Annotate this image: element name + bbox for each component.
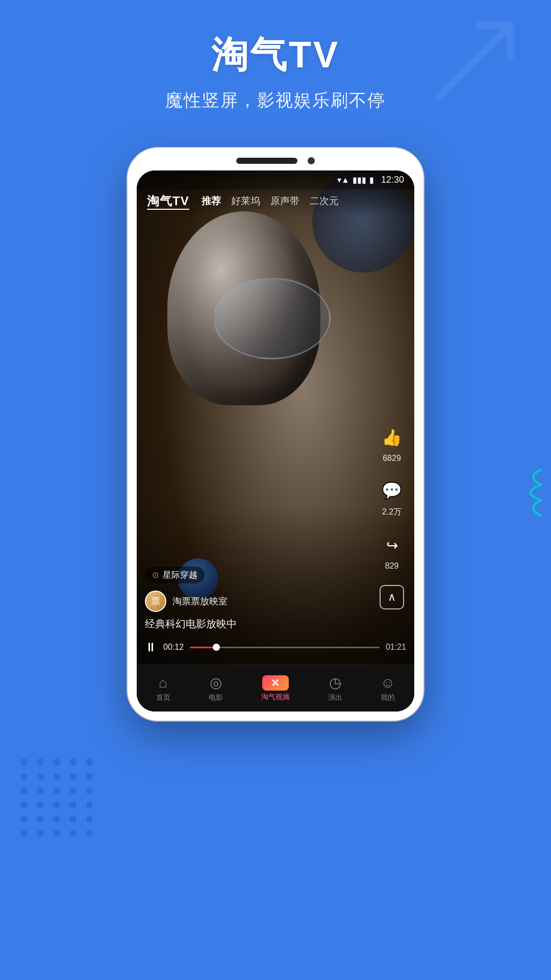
profile-icon: ☺ (381, 675, 395, 691)
nav-shows[interactable]: ◷ 演出 (328, 674, 342, 702)
helmet-visor (213, 278, 331, 359)
progress-row: ⏸ 00:12 01:21 (145, 640, 406, 654)
progress-track[interactable] (190, 647, 380, 648)
nav-home-label: 首页 (156, 693, 170, 702)
comment-button[interactable]: 💬 2.2万 (379, 477, 405, 518)
user-name: 淘票票放映室 (172, 595, 228, 607)
home-icon: ⌂ (159, 675, 167, 691)
nav-taoqi-video[interactable]: ✕ 淘气视频 (261, 675, 290, 702)
user-row: 票 淘票票放映室 (145, 591, 406, 612)
nav-movies[interactable]: ◎ 电影 (209, 674, 223, 702)
nav-logo: 淘气TV (147, 193, 189, 209)
nav-tabs: 推荐 好莱坞 原声带 二次元 (202, 194, 339, 208)
content-tag: ⊙ 星际穿越 (145, 567, 205, 583)
taoqi-icon: ✕ (262, 675, 289, 691)
phone-camera (308, 157, 315, 164)
status-bar: ▾▲ ▮▮▮ ▮ 12:30 (137, 170, 414, 189)
like-button[interactable]: 👍 6829 (379, 424, 405, 463)
nav-movies-label: 电影 (209, 693, 223, 702)
comment-icon: 💬 (379, 477, 405, 504)
content-tag-icon: ⊙ (152, 570, 159, 580)
time-current: 00:12 (163, 643, 184, 652)
app-subtitle: 魔性竖屏，影视娱乐刷不停 (0, 89, 551, 112)
like-icon: 👍 (379, 424, 405, 451)
user-avatar: 票 (145, 591, 166, 612)
content-tag-text: 星际穿越 (163, 569, 197, 581)
phone-outer-shell: ▾▲ ▮▮▮ ▮ 12:30 淘气TV 推荐 好莱坞 原声带 二次元 (128, 148, 423, 721)
progress-thumb (213, 644, 220, 651)
nav-home[interactable]: ⌂ 首页 (156, 675, 170, 702)
tab-anime[interactable]: 二次元 (310, 194, 339, 208)
nav-profile-label: 我的 (381, 693, 395, 702)
tab-soundtrack[interactable]: 原声带 (270, 194, 299, 208)
logo-text: 淘气TV (147, 194, 189, 210)
header-section: 淘气TV 魔性竖屏，影视娱乐刷不停 (0, 31, 551, 112)
tab-recommend[interactable]: 推荐 (202, 194, 221, 208)
phone-screen: ▾▲ ▮▮▮ ▮ 12:30 淘气TV 推荐 好莱坞 原声带 二次元 (137, 170, 414, 712)
astronaut-helmet (167, 211, 320, 405)
battery-icon: ▮ (369, 175, 374, 185)
nav-profile[interactable]: ☺ 我的 (381, 675, 395, 702)
bottom-nav: ⌂ 首页 ◎ 电影 ✕ 淘气视频 ◷ 演出 (137, 665, 414, 712)
background-dots (20, 758, 95, 837)
wifi-icon: ▾▲ (337, 175, 349, 185)
share-icon: ↪ (379, 532, 405, 558)
phone-speaker (236, 158, 297, 164)
bottom-overlay: ⊙ 星际穿越 票 淘票票放映室 经典科幻电影放映中 ⏸ 00:12 01:2 (137, 567, 414, 660)
time-total: 01:21 (386, 643, 406, 652)
movies-icon: ◎ (210, 674, 222, 691)
wave-decoration (505, 459, 551, 523)
share-button[interactable]: ↪ 829 (379, 532, 405, 571)
pause-button[interactable]: ⏸ (145, 640, 157, 654)
comment-count: 2.2万 (382, 507, 402, 518)
shows-icon: ◷ (329, 674, 341, 691)
status-time: 12:30 (381, 175, 404, 185)
tab-hollywood[interactable]: 好莱坞 (231, 194, 260, 208)
status-icons: ▾▲ ▮▮▮ ▮ 12:30 (337, 175, 404, 185)
app-title: 淘气TV (0, 31, 551, 80)
video-description: 经典科幻电影放映中 (145, 617, 406, 631)
like-count: 6829 (383, 454, 401, 463)
phone-mockup: ▾▲ ▮▮▮ ▮ 12:30 淘气TV 推荐 好莱坞 原声带 二次元 (128, 148, 423, 721)
phone-top-bar (137, 157, 414, 164)
nav-taoqi-label: 淘气视频 (261, 693, 290, 702)
signal-icon: ▮▮▮ (353, 175, 366, 185)
nav-shows-label: 演出 (328, 693, 342, 702)
